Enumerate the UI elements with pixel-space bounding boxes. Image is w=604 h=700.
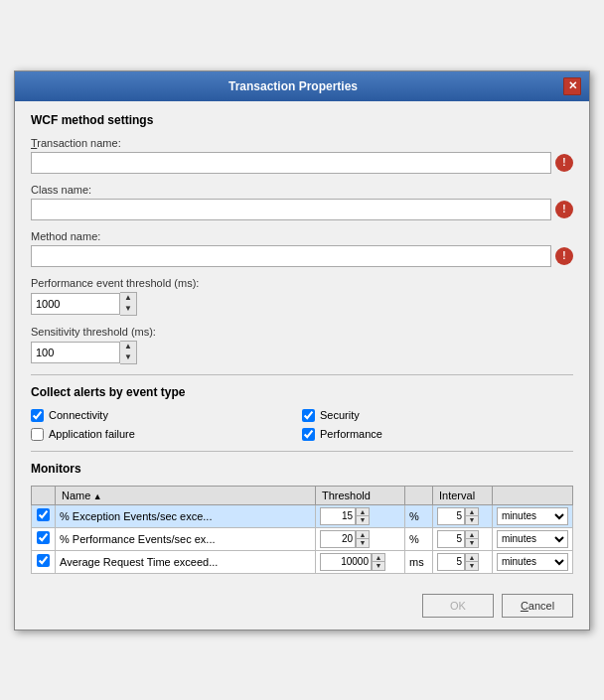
- threshold-down-2[interactable]: ▼: [372, 562, 385, 571]
- row-interval-unit-0: minutes hours seconds: [493, 504, 573, 527]
- row-unit-1: %: [405, 527, 433, 550]
- checkboxes-grid: Connectivity Security Application failur…: [31, 409, 573, 441]
- method-name-row: !: [31, 245, 573, 267]
- interval-down-1[interactable]: ▼: [465, 539, 479, 548]
- monitors-section: Monitors Name Threshold Interval: [31, 462, 573, 574]
- method-name-error-icon: !: [555, 247, 573, 265]
- transaction-name-error-icon: !: [555, 154, 573, 172]
- row-threshold-1: ▲ ▼: [316, 527, 405, 550]
- row-checkbox-1[interactable]: [37, 531, 50, 544]
- table-row: % Performance Events/sec ex... ▲ ▼ % ▲ ▼: [32, 527, 573, 550]
- transaction-name-label: Transaction name:: [31, 137, 573, 149]
- sensitivity-label: Sensitivity threshold (ms):: [31, 326, 573, 338]
- table-row: Average Request Time exceed... ▲ ▼ ms ▲ …: [32, 550, 573, 573]
- connectivity-label: Connectivity: [49, 409, 108, 421]
- transaction-name-row: !: [31, 152, 573, 174]
- title-bar: Transaction Properties ✕: [15, 71, 589, 101]
- row-interval-unit-1: minutes hours seconds: [493, 527, 573, 550]
- row-name-0: % Exception Events/sec exce...: [56, 504, 316, 527]
- dialog-body: WCF method settings Transaction name: ! …: [15, 101, 589, 586]
- row-threshold-2: ▲ ▼: [316, 550, 405, 573]
- monitors-title: Monitors: [31, 462, 573, 476]
- sensitivity-down[interactable]: ▼: [120, 352, 136, 363]
- wcf-section-title: WCF method settings: [31, 113, 573, 127]
- threshold-down-0[interactable]: ▼: [356, 516, 370, 525]
- dialog-footer: OK Cancel: [15, 586, 589, 630]
- row-interval-2: ▲ ▼: [433, 550, 493, 573]
- row-checkbox-0[interactable]: [37, 508, 50, 521]
- perf-threshold-row: ▲ ▼: [31, 292, 573, 316]
- row-unit-2: ms: [405, 550, 433, 573]
- transaction-name-input[interactable]: [31, 152, 551, 174]
- cancel-button[interactable]: Cancel: [502, 594, 573, 618]
- interval-up-0[interactable]: ▲: [465, 507, 479, 516]
- interval-select-0[interactable]: minutes hours seconds: [497, 507, 568, 525]
- row-name-1: % Performance Events/sec ex...: [56, 527, 316, 550]
- threshold-input-2[interactable]: [320, 553, 372, 571]
- row-threshold-0: ▲ ▼: [316, 504, 405, 527]
- collect-alerts-title: Collect alerts by event type: [31, 385, 573, 399]
- sensitivity-input[interactable]: [31, 342, 120, 363]
- performance-label: Performance: [320, 428, 382, 440]
- interval-input-1[interactable]: [437, 530, 465, 548]
- threshold-input-1[interactable]: [320, 530, 356, 548]
- threshold-up-0[interactable]: ▲: [356, 507, 370, 516]
- row-check: [32, 504, 56, 527]
- sensitivity-spinner: ▲ ▼: [120, 341, 137, 364]
- class-name-label: Class name:: [31, 184, 573, 196]
- ok-button[interactable]: OK: [422, 594, 494, 618]
- performance-checkbox[interactable]: [302, 428, 315, 441]
- dialog-title: Transaction Properties: [23, 79, 563, 93]
- monitors-table: Name Threshold Interval % Exception Even…: [31, 486, 573, 574]
- interval-up-1[interactable]: ▲: [465, 530, 479, 539]
- connectivity-checkbox[interactable]: [31, 409, 44, 422]
- security-label: Security: [320, 409, 360, 421]
- connectivity-row: Connectivity: [31, 409, 302, 422]
- method-name-input[interactable]: [31, 245, 551, 267]
- col-threshold[interactable]: Threshold: [316, 486, 405, 504]
- sensitivity-row: ▲ ▼: [31, 341, 573, 364]
- perf-threshold-label: Performance event threshold (ms):: [31, 277, 573, 289]
- interval-down-0[interactable]: ▼: [465, 516, 479, 525]
- row-check: [32, 527, 56, 550]
- app-failure-checkbox[interactable]: [31, 428, 44, 441]
- row-interval-unit-2: minutes hours seconds: [493, 550, 573, 573]
- interval-select-1[interactable]: minutes hours seconds: [497, 530, 568, 548]
- threshold-input-0[interactable]: [320, 507, 356, 525]
- perf-threshold-spinner: ▲ ▼: [120, 292, 137, 316]
- perf-threshold-input[interactable]: [31, 293, 120, 315]
- interval-input-2[interactable]: [437, 553, 465, 571]
- divider-2: [31, 451, 573, 452]
- row-checkbox-2[interactable]: [37, 554, 50, 567]
- interval-select-2[interactable]: minutes hours seconds: [497, 553, 568, 571]
- threshold-up-2[interactable]: ▲: [372, 553, 385, 562]
- security-row: Security: [302, 409, 573, 422]
- table-row: % Exception Events/sec exce... ▲ ▼ % ▲ ▼: [32, 504, 573, 527]
- divider-1: [31, 374, 573, 375]
- app-failure-row: Application failure: [31, 428, 302, 441]
- class-name-row: !: [31, 199, 573, 220]
- threshold-up-1[interactable]: ▲: [356, 530, 370, 539]
- col-interval-unit: [493, 486, 573, 504]
- row-interval-1: ▲ ▼: [433, 527, 493, 550]
- col-name[interactable]: Name: [56, 486, 316, 504]
- close-button[interactable]: ✕: [563, 77, 581, 95]
- row-unit-0: %: [405, 504, 433, 527]
- interval-input-0[interactable]: [437, 507, 465, 525]
- interval-down-2[interactable]: ▼: [465, 562, 479, 571]
- perf-threshold-down[interactable]: ▼: [120, 304, 136, 315]
- sensitivity-up[interactable]: ▲: [120, 342, 136, 352]
- class-name-input[interactable]: [31, 199, 551, 220]
- security-checkbox[interactable]: [302, 409, 315, 422]
- col-interval[interactable]: Interval: [433, 486, 493, 504]
- perf-threshold-up[interactable]: ▲: [120, 293, 136, 304]
- row-check: [32, 550, 56, 573]
- performance-row: Performance: [302, 428, 573, 441]
- col-check: [32, 486, 56, 504]
- interval-up-2[interactable]: ▲: [465, 553, 479, 562]
- col-unit: [405, 486, 433, 504]
- app-failure-label: Application failure: [49, 428, 135, 440]
- row-interval-0: ▲ ▼: [433, 504, 493, 527]
- threshold-down-1[interactable]: ▼: [356, 539, 370, 548]
- method-name-label: Method name:: [31, 230, 573, 242]
